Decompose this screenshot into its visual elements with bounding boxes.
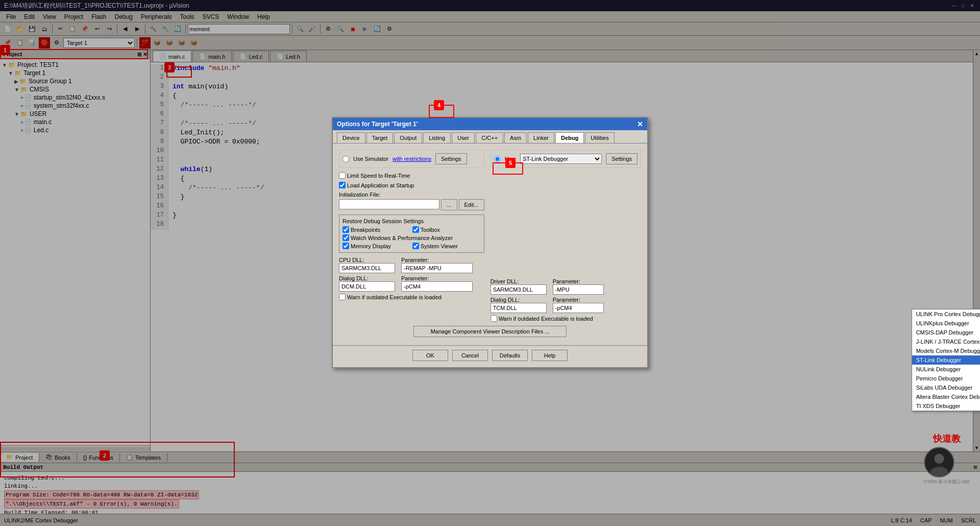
limit-speed-checkbox[interactable] [339, 172, 346, 179]
breakpoints-checkbox[interactable] [342, 226, 349, 233]
dialog-tab-output[interactable]: Output [394, 132, 422, 143]
warn-outdated-label: Warn if outdated Executable is loaded [339, 294, 484, 300]
debugger-settings-button[interactable]: Settings [606, 153, 638, 164]
help-button[interactable]: Help [532, 350, 568, 361]
dropdown-item-ulinkplus[interactable]: ULINKplus Debugger [912, 319, 980, 328]
driver-param-input[interactable] [553, 284, 604, 295]
dialog-param-input[interactable] [401, 281, 473, 292]
with-restrictions-link[interactable]: with restrictions [393, 156, 431, 162]
load-app-checkbox[interactable] [339, 182, 346, 188]
right-warn-outdated-label: Warn if outdated Executable is loaded [491, 315, 641, 322]
memory-display-label: Memory Display [342, 243, 411, 249]
dialog-dll-col: Dialog DLL: [339, 275, 395, 292]
dialog-tab-asm[interactable]: Asm [504, 132, 527, 143]
driver-param-label: Parameter: [553, 278, 604, 284]
dropdown-item-cmsis-dap[interactable]: CMSIS-DAP Debugger [912, 328, 980, 337]
dropdown-item-models[interactable]: Models Cortex-M Debugger [912, 346, 980, 355]
right-dialog-param-label: Parameter: [553, 297, 604, 303]
dialog-buttons-row: OK Cancel Defaults Help [333, 345, 647, 367]
init-file-input[interactable] [339, 199, 439, 209]
manage-btn-row: Manage Component Viewer Description File… [339, 326, 641, 337]
dialog-tab-linker[interactable]: Linker [528, 132, 554, 143]
right-dialog-param-input[interactable] [553, 303, 604, 313]
init-file-section: Initialization File: ... Edit... [339, 192, 484, 210]
cpu-dll-col: CPU DLL: [339, 257, 395, 273]
cpu-dll-input[interactable] [339, 263, 395, 273]
right-dialog-dll-col: Dialog DLL: [491, 297, 547, 313]
dialog-param-col: Parameter: [401, 275, 473, 292]
right-dialog-param-col: Parameter: [553, 297, 604, 313]
right-dialog-dll-input[interactable] [491, 303, 547, 313]
right-dialog-dll-label: Dialog DLL: [491, 297, 547, 303]
dll-section-left: CPU DLL: Parameter: Dialog DLL: [339, 257, 484, 300]
driver-dll-input[interactable] [491, 284, 547, 295]
load-app-label: Load Application at Startup [339, 182, 484, 188]
cpu-param-input[interactable] [401, 263, 473, 273]
init-file-browse-button[interactable]: ... [441, 199, 457, 210]
avatar-image [925, 447, 953, 477]
dialog-dll-row: Dialog DLL: Parameter: [339, 275, 484, 292]
dialog-tab-listing[interactable]: Listing [423, 132, 451, 143]
dropdown-item-tixds[interactable]: TI XDS Debugger [912, 401, 980, 411]
dialog-title-text: Options for Target 'Target 1' [337, 121, 418, 128]
init-file-label: Initialization File: [339, 192, 484, 198]
dropdown-item-jlink[interactable]: J-LINK / J-TRACE Cortex [912, 337, 980, 346]
cpu-param-col: Parameter: [401, 257, 473, 273]
dropdown-item-pemicro[interactable]: Pemicro Debugger [912, 374, 980, 383]
cpu-param-label: Parameter: [401, 257, 473, 263]
debugger-dropdown[interactable]: ULINK Pro Cortex Debugger ULINKplus Debu… [912, 309, 980, 411]
simulator-section: Use Simulator with restrictions Settings [339, 150, 484, 168]
init-file-row: ... Edit... [339, 199, 484, 210]
dialog-close-button[interactable]: ✕ [637, 120, 643, 128]
dialog-tab-user[interactable]: User [452, 132, 475, 143]
driver-param-col: Parameter: [553, 278, 604, 295]
dialog-tabs: Device Target Output Listing User C/C++ … [333, 130, 647, 144]
init-file-edit-button[interactable]: Edit... [459, 199, 484, 210]
svg-point-1 [934, 454, 944, 464]
dialog-two-col: Use Simulator with restrictions Settings… [339, 150, 641, 322]
limit-speed-row: Limit Speed to Real-Time [339, 172, 484, 179]
avatar [924, 447, 954, 477]
simulator-settings-button[interactable]: Settings [435, 153, 467, 164]
dialog-tab-device[interactable]: Device [337, 132, 365, 143]
dialog-right-col: Use: ST-Link Debugger Settings ULINK Pro… [491, 150, 641, 322]
dialog-left-col: Use Simulator with restrictions Settings… [339, 150, 484, 322]
cpu-dll-row: CPU DLL: Parameter: [339, 257, 484, 273]
memory-display-checkbox[interactable] [342, 243, 349, 249]
ok-button[interactable]: OK [412, 350, 448, 361]
debugger-select[interactable]: ST-Link Debugger [520, 154, 602, 164]
watermark-text: 快道教 [924, 433, 970, 445]
defaults-button[interactable]: Defaults [492, 350, 528, 361]
dialog-param-label: Parameter: [401, 275, 473, 281]
right-dialog-dll-row: Dialog DLL: Parameter: [491, 297, 641, 313]
toolbox-checkbox[interactable] [412, 226, 419, 233]
manage-component-button[interactable]: Manage Component Viewer Description File… [413, 326, 567, 337]
driver-dll-col: Driver DLL: [491, 278, 547, 295]
right-warn-outdated-checkbox[interactable] [491, 315, 497, 322]
dialog-tab-debug[interactable]: Debug [555, 132, 584, 143]
dropdown-item-nulink[interactable]: NULink Debugger [912, 365, 980, 374]
dropdown-item-ulink-pro[interactable]: ULINK Pro Cortex Debugger [912, 309, 980, 319]
csdn-label: CSDN @小沐题心 Der [924, 479, 970, 485]
dialog-tab-target[interactable]: Target [366, 132, 394, 143]
use-simulator-radio[interactable] [342, 156, 349, 162]
system-viewer-checkbox[interactable] [412, 243, 419, 249]
driver-dll-row: Driver DLL: Parameter: [491, 278, 641, 295]
dialog-tab-utilities[interactable]: Utilities [585, 132, 614, 143]
dropdown-item-silabs[interactable]: SiLabs UDA Debugger [912, 383, 980, 392]
limit-speed-label: Limit Speed to Real-Time [339, 172, 484, 179]
dropdown-item-altera[interactable]: Altera Blaster Cortex Debugger [912, 392, 980, 401]
use-debugger-radio[interactable] [494, 156, 501, 162]
restore-section: Restore Debug Session Settings Breakpoin… [339, 214, 484, 253]
breakpoints-label: Breakpoints [342, 226, 411, 233]
warn-outdated-checkbox[interactable] [339, 294, 346, 300]
watermark: 快道教 CSDN @小沐题心 Der [924, 433, 970, 485]
dialog-tab-cc[interactable]: C/C++ [476, 132, 503, 143]
cancel-button[interactable]: Cancel [452, 350, 488, 361]
dropdown-item-stlink[interactable]: ST-Link Debugger [912, 355, 980, 365]
annotation-5: 5 [505, 158, 516, 168]
watch-windows-checkbox[interactable] [342, 234, 349, 241]
dialog-dll-input[interactable] [339, 281, 395, 292]
modal-overlay: Options for Target 'Target 1' ✕ Device T… [0, 0, 980, 526]
dialog-dll-label: Dialog DLL: [339, 275, 395, 281]
